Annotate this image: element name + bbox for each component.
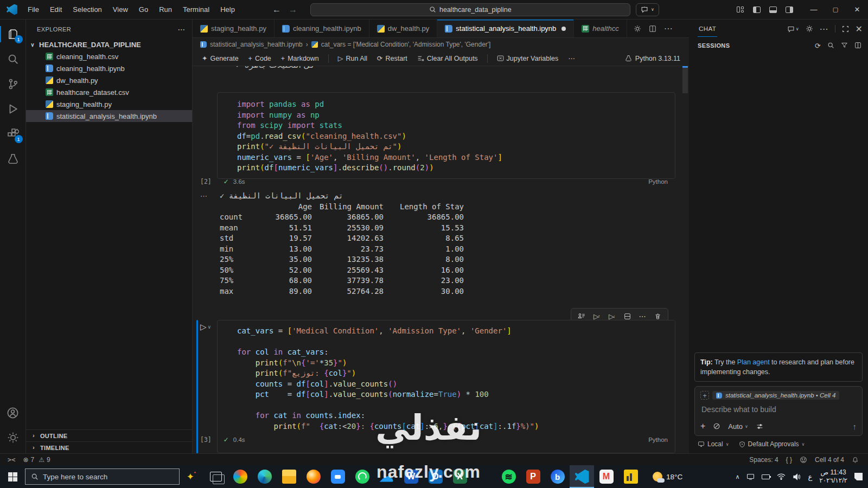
- tray-chevron-icon[interactable]: ∧: [735, 473, 739, 480]
- task-view-icon[interactable]: [203, 465, 228, 488]
- menu-help[interactable]: Help: [215, 3, 240, 16]
- output-menu-icon[interactable]: ⋯: [200, 192, 207, 200]
- generate-button[interactable]: ✦ Generate: [198, 53, 242, 64]
- problems-indicator[interactable]: ⊗7 ⚠9: [19, 456, 54, 464]
- maximize-button[interactable]: ▢: [825, 0, 846, 19]
- workspace-folder[interactable]: ∨ HEALTHCARE_DATA_PIPLINE: [26, 38, 192, 50]
- tab-staging_health.py[interactable]: staging_health.py: [193, 20, 275, 37]
- search-sessions-icon[interactable]: [827, 42, 834, 49]
- toggle-primary-sidebar-icon[interactable]: [753, 7, 761, 13]
- cell-1-code[interactable]: import pandas as pdimport numpy as npfro…: [218, 93, 675, 177]
- explorer-more-icon[interactable]: ⋯: [178, 25, 186, 34]
- input-language-indicator[interactable]: ع: [808, 473, 812, 481]
- settings-button[interactable]: [0, 425, 26, 450]
- edge-icon[interactable]: [252, 465, 277, 488]
- back-icon[interactable]: ←: [272, 5, 281, 15]
- sliders-icon[interactable]: [756, 423, 764, 430]
- toggle-panel-icon[interactable]: [769, 7, 777, 13]
- sidebar-item-testing[interactable]: [0, 146, 26, 171]
- context-chip[interactable]: statistical_analysis_health.ipynb • Cell…: [712, 391, 839, 400]
- cell-language[interactable]: Python: [648, 436, 668, 443]
- firefox-icon[interactable]: [301, 465, 326, 488]
- expand-icon[interactable]: [842, 25, 849, 33]
- tab-healthcc[interactable]: healthcc: [574, 20, 627, 37]
- zoom-icon[interactable]: [326, 465, 350, 488]
- attach-icon[interactable]: +: [700, 421, 705, 431]
- add-context-icon[interactable]: +: [700, 391, 709, 400]
- scrollbar-handle[interactable]: [682, 67, 688, 93]
- split-view-icon[interactable]: [854, 42, 861, 49]
- tab-cleaning_health.ipynb[interactable]: cleaning_health.ipynb: [275, 20, 369, 37]
- menu-edit[interactable]: Edit: [45, 3, 67, 16]
- tools-icon[interactable]: [713, 422, 720, 430]
- notifications-bell-icon[interactable]: [848, 456, 863, 464]
- new-chat-icon[interactable]: ∨: [787, 25, 799, 33]
- powerpoint-icon[interactable]: P: [521, 465, 545, 488]
- sidebar-item-explorer[interactable]: 1: [0, 22, 26, 47]
- file-cleaning_health.ipynb[interactable]: cleaning_health.ipynb: [26, 62, 192, 74]
- run-all-button[interactable]: ▷ Run All: [334, 53, 371, 64]
- forward-icon[interactable]: →: [289, 5, 297, 15]
- add-markdown-cell-button[interactable]: + Markdown: [277, 53, 323, 64]
- chat-input-box[interactable]: + statistical_analysis_health.ipynb • Ce…: [694, 386, 863, 436]
- language-mode[interactable]: { }: [782, 456, 796, 464]
- cell-position[interactable]: Cell 4 of 4: [811, 456, 848, 464]
- cell-language[interactable]: Python: [648, 178, 668, 185]
- breadcrumb-cell[interactable]: cat_vars = ['Medical Condition', 'Admiss…: [321, 41, 491, 48]
- approvals-picker[interactable]: Default Approvals∨: [739, 440, 805, 448]
- vscode-icon[interactable]: [570, 465, 594, 488]
- search-highlights-icon[interactable]: ✦: [187, 471, 194, 483]
- minimize-button[interactable]: —: [803, 0, 825, 19]
- excel-icon[interactable]: X: [448, 465, 472, 488]
- close-button[interactable]: ✕: [846, 0, 868, 19]
- send-icon[interactable]: ↑: [853, 422, 857, 431]
- onedrive-icon[interactable]: ☁: [374, 465, 399, 488]
- local-picker[interactable]: Local∨: [698, 440, 729, 448]
- editor-more-icon[interactable]: ⋯: [664, 23, 673, 34]
- ms-store-icon[interactable]: [472, 465, 496, 488]
- spotify-icon[interactable]: [496, 465, 521, 488]
- clear-outputs-button[interactable]: Clear All Outputs: [413, 53, 482, 64]
- weather-widget[interactable]: 18°C: [653, 472, 682, 481]
- start-button[interactable]: [0, 465, 25, 488]
- tab-dw_health.py[interactable]: dw_health.py: [369, 20, 438, 37]
- menu-selection[interactable]: Selection: [68, 3, 106, 16]
- volume-icon[interactable]: [793, 473, 801, 480]
- close-chat-icon[interactable]: ✕: [856, 24, 863, 34]
- whatsapp-icon[interactable]: [350, 465, 374, 488]
- powerbi-icon[interactable]: [618, 465, 643, 488]
- sidebar-item-source-control[interactable]: [0, 72, 26, 97]
- file-cleaning_health.csv[interactable]: cleaning_health.csv: [26, 50, 192, 62]
- taskbar-search-box[interactable]: Type here to search ✦: [25, 468, 180, 485]
- command-search-box[interactable]: healthcare_data_pipline: [310, 3, 630, 16]
- accounts-button[interactable]: [0, 400, 26, 425]
- modified-dot-icon[interactable]: [561, 27, 566, 31]
- sidebar-item-extensions[interactable]: 1: [0, 121, 26, 146]
- code-cell-2[interactable]: cat_vars = ['Medical Condition', 'Admiss…: [217, 320, 675, 453]
- file-dw_health.py[interactable]: dw_health.py: [26, 74, 192, 86]
- chat-more-icon[interactable]: ⋯: [820, 24, 828, 34]
- refresh-icon[interactable]: ⟳: [815, 42, 821, 50]
- menu-terminal[interactable]: Terminal: [178, 3, 214, 16]
- chat-tab[interactable]: CHAT: [698, 21, 717, 37]
- gmail-icon[interactable]: M: [594, 465, 618, 488]
- menu-view[interactable]: View: [108, 3, 133, 16]
- menu-go[interactable]: Go: [134, 3, 153, 16]
- cell-2-code[interactable]: cat_vars = ['Medical Condition', 'Admiss…: [218, 320, 675, 435]
- filter-icon[interactable]: [841, 42, 848, 49]
- outline-section[interactable]: › OUTLINE: [26, 429, 192, 441]
- file-statistical_analysis_health.ipynb[interactable]: statistical_analysis_health.ipynb: [26, 110, 192, 122]
- file-staging_health.py[interactable]: staging_health.py: [26, 98, 192, 110]
- action-center-icon[interactable]: [854, 473, 863, 480]
- run-cell-button[interactable]: ▷ ∨: [200, 322, 211, 332]
- editor-settings-icon[interactable]: [634, 25, 641, 33]
- tray-display-icon[interactable]: [746, 473, 755, 480]
- mode-picker[interactable]: Auto∨: [728, 422, 748, 431]
- editor-scrollbar[interactable]: [682, 66, 688, 453]
- tab-statistical_analysis_health.ipynb[interactable]: statistical_analysis_health.ipynb: [437, 20, 574, 37]
- toggle-secondary-sidebar-icon[interactable]: [786, 7, 793, 13]
- menu-file[interactable]: File: [23, 3, 44, 16]
- copilot-icon[interactable]: [228, 465, 252, 488]
- copilot-menu-button[interactable]: ∨: [636, 3, 659, 16]
- outlook-icon[interactable]: O: [423, 465, 448, 488]
